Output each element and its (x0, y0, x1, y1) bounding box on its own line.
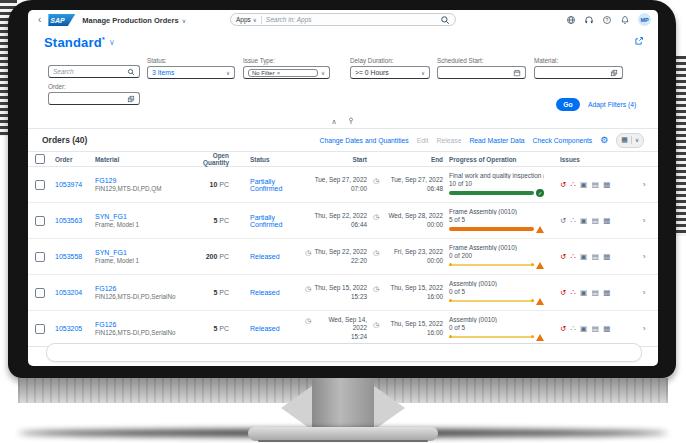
print-issue-icon[interactable]: ▦ (603, 289, 610, 297)
delay-duration-select[interactable]: >= 0 Hours ∨ (350, 66, 430, 79)
release-button[interactable]: Release (436, 137, 461, 144)
sap-logo[interactable]: SAP (48, 14, 75, 26)
calendar-icon[interactable] (513, 69, 521, 77)
components-issue-icon[interactable]: ∴ (571, 181, 576, 189)
order-link[interactable]: 1053204 (52, 289, 92, 296)
back-button[interactable]: ‹ (38, 15, 41, 25)
print-issue-icon[interactable]: ▦ (603, 181, 610, 189)
table-row[interactable]: 1053205 FG126 FIN126,MTS-DI,PD,SerialNo … (28, 311, 658, 347)
page-title[interactable]: Standard* (44, 35, 105, 50)
row-chevron[interactable]: › (630, 288, 658, 297)
value-help-icon[interactable] (610, 69, 618, 77)
row-chevron[interactable]: › (630, 180, 658, 189)
row-chevron[interactable]: › (630, 324, 658, 333)
row-checkbox[interactable] (35, 216, 45, 226)
go-button[interactable]: Go (556, 98, 580, 111)
globe-icon[interactable] (566, 15, 576, 25)
components-issue-icon[interactable]: ∴ (571, 253, 576, 261)
order-link[interactable]: 1053205 (52, 325, 92, 332)
order-input[interactable] (48, 92, 140, 105)
status-link[interactable]: Released (232, 325, 302, 332)
bell-icon[interactable] (620, 15, 630, 25)
check-components-button[interactable]: Check Components (533, 137, 593, 144)
issue-type-select[interactable]: No Filter × ∨ (243, 66, 330, 79)
chart-issue-icon[interactable]: ▤ (592, 289, 599, 297)
order-link[interactable]: 1053563 (52, 217, 92, 224)
read-master-data-button[interactable]: Read Master Data (469, 137, 524, 144)
table-row[interactable]: 1053563 SYN_FG1 Frame, Model 1 5 PC Part… (28, 203, 658, 239)
adapt-filters-link[interactable]: Adapt Filters (4) (588, 101, 636, 108)
material-link[interactable]: SYN_FG1 (95, 213, 127, 220)
issues-cell: ↺ ∴ ▣ ▤ ▦ (554, 217, 630, 225)
row-checkbox[interactable] (35, 180, 45, 190)
pin-header-icon[interactable] (347, 117, 355, 126)
chart-issue-icon[interactable]: ▤ (592, 253, 599, 261)
delay-issue-icon[interactable]: ↺ (560, 217, 566, 225)
tags-issue-icon[interactable]: ▣ (580, 325, 587, 333)
tags-issue-icon[interactable]: ▣ (580, 289, 587, 297)
print-issue-icon[interactable]: ▦ (603, 325, 610, 333)
status-link[interactable]: Partially Confirmed (232, 178, 302, 192)
chart-issue-icon[interactable]: ▤ (592, 181, 599, 189)
search-icon[interactable] (440, 15, 450, 25)
filter-token[interactable]: No Filter × (248, 69, 318, 77)
app-title-menu[interactable]: Manage Production Orders ∨ (82, 16, 186, 25)
material-link[interactable]: SYN_FG1 (95, 249, 127, 256)
order-link[interactable]: 1053974 (52, 181, 92, 188)
table-search-field[interactable]: Search (48, 65, 140, 78)
screen: ‹ SAP Manage Production Orders ∨ Apps ∨ … (28, 10, 658, 366)
chart-issue-icon[interactable]: ▤ (592, 325, 599, 333)
chevron-down-icon[interactable]: ∨ (635, 137, 639, 143)
search-input[interactable]: Search in: Apps (266, 16, 436, 23)
scheduled-start-input[interactable] (437, 66, 526, 79)
row-checkbox[interactable] (35, 324, 45, 334)
status-link[interactable]: Released (232, 289, 302, 296)
print-issue-icon[interactable]: ▦ (603, 217, 610, 225)
delay-issue-icon[interactable]: ↺ (560, 325, 566, 333)
shell-search-field[interactable]: Apps ∨ Search in: Apps (230, 13, 456, 26)
row-checkbox[interactable] (35, 252, 45, 262)
change-dates-button[interactable]: Change Dates and Quantities (320, 137, 409, 144)
status-select[interactable]: 3 Items ∨ (147, 66, 235, 79)
export-icon[interactable]: ▦ (621, 136, 628, 144)
search-icon[interactable] (127, 68, 135, 76)
avatar[interactable]: MP (638, 13, 651, 26)
delay-issue-icon[interactable]: ↺ (560, 181, 566, 189)
delay-issue-icon[interactable]: ↺ (560, 253, 566, 261)
table-row[interactable]: 1053204 FG126 FIN126,MTS-DI,PD,SerialNo … (28, 275, 658, 311)
export-split-button[interactable]: ▦ ∨ (616, 133, 644, 148)
clock-icon: ◷ (305, 249, 311, 256)
status-link[interactable]: Released (232, 253, 302, 260)
select-all-checkbox[interactable] (35, 154, 45, 164)
components-issue-icon[interactable]: ∴ (571, 289, 576, 297)
chart-issue-icon[interactable]: ▤ (592, 217, 599, 225)
material-input[interactable] (534, 66, 623, 79)
status-link[interactable]: Partially Confirmed (232, 214, 302, 228)
chevron-down-icon[interactable]: ∨ (109, 38, 115, 47)
collapse-header-icon[interactable]: ∧ (331, 118, 336, 125)
table-row[interactable]: 1053558 SYN_FG1 Frame, Model 1 200 PC Re… (28, 239, 658, 275)
tags-issue-icon[interactable]: ▣ (580, 253, 587, 261)
tags-issue-icon[interactable]: ▣ (580, 217, 587, 225)
components-issue-icon[interactable]: ∴ (571, 325, 576, 333)
settings-gear-icon[interactable]: ⚙ (600, 136, 608, 145)
row-chevron[interactable]: › (630, 216, 658, 225)
value-help-icon[interactable] (127, 95, 135, 103)
help-icon[interactable]: ? (602, 15, 612, 25)
row-chevron[interactable]: › (630, 252, 658, 261)
material-link[interactable]: FG126 (95, 321, 116, 328)
order-link[interactable]: 1053558 (52, 253, 92, 260)
edit-button[interactable]: Edit (417, 137, 429, 144)
material-link[interactable]: FG126 (95, 285, 116, 292)
remove-token-icon[interactable]: × (277, 70, 281, 76)
tags-issue-icon[interactable]: ▣ (580, 181, 587, 189)
row-checkbox[interactable] (35, 288, 45, 298)
headset-icon[interactable] (584, 15, 594, 25)
delay-issue-icon[interactable]: ↺ (560, 289, 566, 297)
components-issue-icon[interactable]: ∴ (571, 217, 576, 225)
table-row[interactable]: 1053974 FG129 FIN129,MTS-DI,PD,QM 10 PC … (28, 167, 658, 203)
print-issue-icon[interactable]: ▦ (603, 253, 610, 261)
material-link[interactable]: FG129 (95, 177, 116, 184)
search-scope-select[interactable]: Apps ∨ (236, 16, 257, 23)
share-icon[interactable] (634, 36, 644, 46)
